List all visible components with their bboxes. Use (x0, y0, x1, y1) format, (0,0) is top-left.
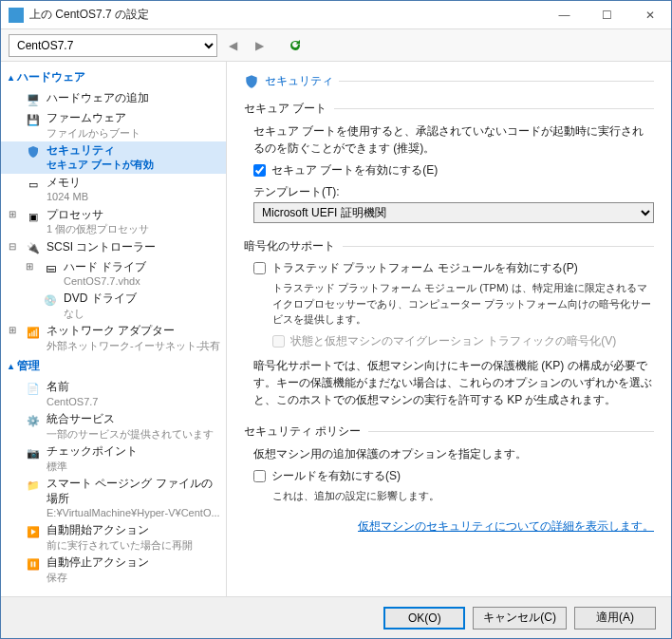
sidebar-item-label: ハード ドライブ (64, 260, 222, 275)
content-panel: セキュリティ セキュア ブート セキュア ブートを使用すると、承認されていないコ… (227, 62, 671, 596)
refresh-button[interactable] (284, 34, 307, 57)
secure-boot-checkbox-row[interactable]: セキュア ブートを有効にする(E) (253, 162, 654, 179)
expand-icon[interactable]: ⊞ (9, 208, 20, 220)
autostart-icon: ▶️ (26, 524, 41, 539)
migrate-checkbox (272, 335, 285, 348)
sidebar-item-sub: 1024 MB (47, 190, 222, 203)
template-select[interactable]: Microsoft UEFI 証明機関 (253, 202, 654, 223)
sidebar-item-sub: E:¥VirtualMachine¥Hyper-V¥CentO... (47, 506, 222, 519)
collapse-icon[interactable]: ⊟ (9, 240, 20, 253)
sidebar-item-autostart[interactable]: ▶️ 自動開始アクション前に実行されていた場合に再開 (1, 521, 226, 554)
group-legend: セキュア ブート (244, 101, 327, 117)
memory-icon: ▭ (26, 177, 41, 192)
encryption-group: 暗号化のサポート トラステッド プラットフォーム モジュールを有効にする(P) … (244, 238, 654, 408)
sidebar-item-sub: セキュア ブートが有効 (47, 158, 222, 171)
window-title: 上の CentOS7.7 の設定 (29, 7, 543, 23)
category-label: ハードウェア (17, 69, 85, 85)
sidebar-item-label: 名前 (47, 380, 222, 395)
sidebar-item-label: ネットワーク アダプター (47, 324, 222, 339)
sidebar-item-checkpoint[interactable]: 📷 チェックポイント標準 (1, 442, 226, 475)
ok-button[interactable]: OK(O) (383, 607, 465, 630)
expand-icon[interactable]: ⊞ (26, 260, 37, 273)
sidebar-item-security[interactable]: セキュリティセキュア ブートが有効 (1, 141, 226, 174)
autostop-icon: ⏸️ (26, 556, 41, 572)
secure-boot-desc: セキュア ブートを使用すると、承認されていないコードが起動時に実行されるのを防ぐ… (253, 122, 654, 157)
sidebar-item-label: チェックポイント (47, 444, 222, 460)
group-legend: 暗号化のサポート (244, 238, 335, 254)
sidebar-item-label: 自動停止アクション (47, 555, 222, 571)
harddrive-icon: 🖴 (43, 261, 58, 276)
sidebar-item-integration[interactable]: ⚙️ 統合サービス一部のサービスが提供されています (1, 410, 226, 442)
sidebar-item-sub: 前に実行されていた場合に再開 (47, 538, 222, 552)
shield-desc: これは、追加の設定に影響します。 (272, 488, 654, 504)
smartpaging-icon: 📁 (26, 478, 41, 493)
firmware-icon: 💾 (26, 112, 41, 127)
titlebar: 上の CentOS7.7 の設定 — ☐ ✕ (1, 1, 671, 29)
processor-icon: ▣ (26, 209, 41, 224)
tpm-checkbox[interactable] (253, 262, 266, 274)
sidebar-item-sub: 保存 (47, 571, 222, 584)
tpm-checkbox-row[interactable]: トラステッド プラットフォーム モジュールを有効にする(P) (253, 260, 654, 276)
chevron-up-icon: ▴ (9, 72, 13, 83)
sidebar-item-dvd[interactable]: 💿 DVD ドライブなし (1, 290, 226, 322)
nav-next-button[interactable]: ▶ (248, 34, 271, 57)
sidebar-item-scsi[interactable]: ⊟ 🔌 SCSI コントローラー (1, 238, 226, 258)
category-hardware[interactable]: ▴ ハードウェア (1, 66, 226, 89)
section-title: セキュリティ (265, 73, 333, 89)
checkpoint-icon: 📷 (26, 445, 41, 460)
group-legend: セキュリティ ポリシー (244, 423, 361, 440)
checkbox-label: 状態と仮想マシンのマイグレーション トラフィックの暗号化(V) (290, 333, 616, 349)
template-label: テンプレート(T): (253, 184, 654, 200)
sidebar-item-firmware[interactable]: 💾 ファームウェアファイルからブート (1, 109, 226, 141)
sidebar-item-sub: 外部ネットワーク-イーサネット-共有 (47, 339, 222, 352)
sidebar-item-label: メモリ (47, 176, 222, 191)
app-icon (9, 8, 24, 23)
sidebar-item-label: ファームウェア (47, 111, 222, 126)
secure-boot-checkbox[interactable] (253, 164, 266, 177)
sidebar: ▴ ハードウェア 🖥️ ハードウェアの追加 💾 ファームウェアファイルからブート… (1, 62, 227, 596)
shield-icon (244, 74, 259, 89)
details-link[interactable]: 仮想マシンのセキュリティについての詳細を表示します。 (244, 518, 654, 535)
minimize-button[interactable]: — (543, 1, 586, 29)
sidebar-item-sub: 1 個の仮想プロセッサ (47, 222, 222, 235)
sidebar-item-sub: 標準 (47, 460, 222, 473)
shield-checkbox[interactable] (253, 470, 266, 482)
dvd-icon: 💿 (43, 292, 58, 308)
tpm-desc: トラステッド プラットフォーム モジュール (TPM) は、特定用途に限定される… (272, 280, 654, 328)
sidebar-item-label: ハードウェアの追加 (47, 91, 222, 106)
sidebar-item-sub: CentOS7.7 (47, 395, 222, 408)
sidebar-item-processor[interactable]: ⊞ ▣ プロセッサ1 個の仮想プロセッサ (1, 206, 226, 238)
policy-desc: 仮想マシン用の追加保護のオプションを指定します。 (253, 445, 654, 462)
checkbox-label: シールドを有効にする(S) (271, 468, 401, 484)
sidebar-item-label: 統合サービス (47, 412, 222, 427)
sidebar-item-harddrive[interactable]: ⊞ 🖴 ハード ドライブCentOS7.7.vhdx (1, 258, 226, 291)
shield-checkbox-row[interactable]: シールドを有効にする(S) (253, 468, 654, 484)
apply-button[interactable]: 適用(A) (574, 607, 656, 630)
sidebar-item-sub: CentOS7.7.vhdx (64, 274, 222, 288)
sidebar-item-network[interactable]: ⊞ 📶 ネットワーク アダプター外部ネットワーク-イーサネット-共有 (1, 322, 226, 354)
vm-select[interactable]: CentOS7.7 (9, 34, 217, 57)
scsi-icon: 🔌 (26, 241, 41, 256)
network-icon: 📶 (26, 325, 41, 340)
nav-prev-button[interactable]: ◀ (221, 34, 244, 57)
name-icon: 📄 (26, 381, 41, 396)
close-button[interactable]: ✕ (628, 1, 671, 29)
sidebar-item-add-hardware[interactable]: 🖥️ ハードウェアの追加 (1, 89, 226, 109)
secure-boot-group: セキュア ブート セキュア ブートを使用すると、承認されていないコードが起動時に… (244, 101, 654, 223)
sidebar-item-label: DVD ドライブ (64, 291, 222, 307)
sidebar-item-name[interactable]: 📄 名前CentOS7.7 (1, 378, 226, 410)
category-management[interactable]: ▴ 管理 (1, 354, 226, 378)
sidebar-item-memory[interactable]: ▭ メモリ1024 MB (1, 174, 226, 206)
sidebar-item-label: SCSI コントローラー (47, 240, 222, 255)
sidebar-item-sub: なし (64, 307, 222, 320)
maximize-button[interactable]: ☐ (586, 1, 628, 29)
sidebar-item-label: 自動開始アクション (47, 523, 222, 538)
expand-icon[interactable]: ⊞ (9, 324, 20, 336)
sidebar-item-smartpaging[interactable]: 📁 スマート ページング ファイルの場所E:¥VirtualMachine¥Hy… (1, 475, 226, 521)
sidebar-item-label: スマート ページング ファイルの場所 (47, 477, 222, 506)
sidebar-item-sub: 一部のサービスが提供されています (47, 427, 222, 441)
migrate-checkbox-row: 状態と仮想マシンのマイグレーション トラフィックの暗号化(V) (272, 333, 654, 349)
sidebar-item-label: セキュリティ (47, 143, 222, 159)
cancel-button[interactable]: キャンセル(C) (473, 607, 567, 630)
sidebar-item-autostop[interactable]: ⏸️ 自動停止アクション保存 (1, 554, 226, 586)
